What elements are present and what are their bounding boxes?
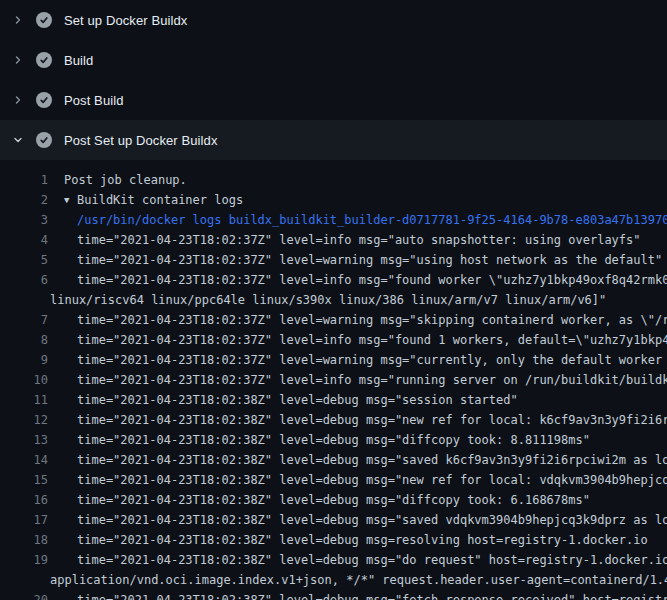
- log-line: 17 time="2021-04-23T18:02:38Z" level=deb…: [0, 510, 667, 530]
- check-circle-icon: [36, 92, 52, 108]
- line-number[interactable]: 13: [0, 430, 48, 450]
- line-number[interactable]: 17: [0, 510, 48, 530]
- log-text-content: time="2021-04-23T18:02:38Z" level=debug …: [77, 393, 518, 407]
- chevron-icon[interactable]: [12, 14, 24, 26]
- log-text: time="2021-04-23T18:02:37Z" level=info m…: [77, 270, 667, 290]
- log-text-content: application/vnd.oci.image.index.v1+json,…: [50, 573, 667, 587]
- line-number[interactable]: 7: [0, 310, 48, 330]
- log-text-content: time="2021-04-23T18:02:38Z" level=debug …: [77, 593, 667, 600]
- log-text: time="2021-04-23T18:02:38Z" level=debug …: [77, 590, 667, 600]
- log-line: 2 ▼BuildKit container logs: [0, 190, 667, 210]
- log-text: time="2021-04-23T18:02:38Z" level=debug …: [77, 450, 667, 470]
- log-text-content: BuildKit container logs: [77, 193, 243, 207]
- line-number[interactable]: 11: [0, 390, 48, 410]
- check-circle-icon: [36, 132, 52, 148]
- log-text: time="2021-04-23T18:02:37Z" level=info m…: [77, 230, 641, 250]
- log-text: time="2021-04-23T18:02:38Z" level=debug …: [77, 390, 518, 410]
- line-number[interactable]: 2: [0, 190, 48, 210]
- log-text: time="2021-04-23T18:02:38Z" level=debug …: [77, 410, 667, 430]
- log-text: time="2021-04-23T18:02:38Z" level=debug …: [77, 490, 590, 510]
- log-text-content: time="2021-04-23T18:02:38Z" level=debug …: [77, 413, 667, 427]
- line-number[interactable]: 6: [0, 270, 48, 290]
- log-text-content: time="2021-04-23T18:02:38Z" level=debug …: [77, 473, 667, 487]
- log-line: 19 time="2021-04-23T18:02:38Z" level=deb…: [0, 550, 667, 570]
- line-number[interactable]: 19: [0, 550, 48, 570]
- log-line: 8 time="2021-04-23T18:02:37Z" level=info…: [0, 330, 667, 350]
- log-line: 14 time="2021-04-23T18:02:38Z" level=deb…: [0, 450, 667, 470]
- log-text: time="2021-04-23T18:02:37Z" level=info m…: [77, 370, 667, 390]
- log-text: time="2021-04-23T18:02:37Z" level=warnin…: [77, 310, 667, 330]
- line-number[interactable]: 4: [0, 230, 48, 250]
- line-number[interactable]: 12: [0, 410, 48, 430]
- log-line: 12 time="2021-04-23T18:02:38Z" level=deb…: [0, 410, 667, 430]
- line-number[interactable]: 3: [0, 210, 48, 230]
- log-line: 4 time="2021-04-23T18:02:37Z" level=info…: [0, 230, 667, 250]
- log-text-content: time="2021-04-23T18:02:37Z" level=info m…: [77, 233, 641, 247]
- log-text: ▼BuildKit container logs: [64, 190, 243, 210]
- log-text-content: time="2021-04-23T18:02:37Z" level=info m…: [77, 333, 667, 347]
- log-text: time="2021-04-23T18:02:37Z" level=warnin…: [77, 350, 667, 370]
- line-number[interactable]: 18: [0, 530, 48, 550]
- group-collapse-icon[interactable]: ▼: [64, 190, 77, 210]
- chevron-icon[interactable]: [12, 134, 24, 146]
- step-row[interactable]: Post Set up Docker Buildx: [0, 120, 667, 160]
- step-row[interactable]: Build: [0, 40, 667, 80]
- check-circle-icon: [36, 52, 52, 68]
- line-number[interactable]: 20: [0, 590, 48, 600]
- step-row[interactable]: Post Build: [0, 80, 667, 120]
- line-number[interactable]: 15: [0, 470, 48, 490]
- log-line: 18 time="2021-04-23T18:02:38Z" level=deb…: [0, 530, 667, 550]
- log-lines: 1 Post job cleanup. 2 ▼BuildKit containe…: [0, 160, 667, 600]
- log-line: application/vnd.oci.image.index.v1+json,…: [0, 570, 667, 590]
- log-text-content: time="2021-04-23T18:02:38Z" level=debug …: [77, 493, 590, 507]
- step-row[interactable]: Set up Docker Buildx: [0, 0, 667, 40]
- log-line: 11 time="2021-04-23T18:02:38Z" level=deb…: [0, 390, 667, 410]
- log-text-content: time="2021-04-23T18:02:38Z" level=debug …: [77, 433, 590, 447]
- line-number[interactable]: 1: [0, 170, 48, 190]
- log-text-content: time="2021-04-23T18:02:38Z" level=debug …: [77, 553, 667, 567]
- log-text-content: linux/riscv64 linux/ppc64le linux/s390x …: [50, 293, 606, 307]
- steps-list: Set up Docker Buildx Build Post Build Po…: [0, 0, 667, 160]
- log-line: linux/riscv64 linux/ppc64le linux/s390x …: [0, 290, 667, 310]
- log-line: 6 time="2021-04-23T18:02:37Z" level=info…: [0, 270, 667, 290]
- log-line: 7 time="2021-04-23T18:02:37Z" level=warn…: [0, 310, 667, 330]
- log-text: time="2021-04-23T18:02:38Z" level=debug …: [77, 510, 667, 530]
- log-text: linux/riscv64 linux/ppc64le linux/s390x …: [50, 290, 606, 310]
- log-text: time="2021-04-23T18:02:37Z" level=info m…: [77, 330, 667, 350]
- log-text: time="2021-04-23T18:02:38Z" level=debug …: [77, 470, 667, 490]
- log-line: 16 time="2021-04-23T18:02:38Z" level=deb…: [0, 490, 667, 510]
- log-line: 20 time="2021-04-23T18:02:38Z" level=deb…: [0, 590, 667, 600]
- line-number[interactable]: 8: [0, 330, 48, 350]
- log-text-content: /usr/bin/docker logs buildx_buildkit_bui…: [77, 213, 667, 227]
- log-line: 13 time="2021-04-23T18:02:38Z" level=deb…: [0, 430, 667, 450]
- log-line: 10 time="2021-04-23T18:02:37Z" level=inf…: [0, 370, 667, 390]
- log-text: time="2021-04-23T18:02:38Z" level=debug …: [77, 430, 590, 450]
- log-text: time="2021-04-23T18:02:37Z" level=warnin…: [77, 250, 662, 270]
- line-number[interactable]: 14: [0, 450, 48, 470]
- chevron-icon[interactable]: [12, 94, 24, 106]
- log-text-content: time="2021-04-23T18:02:37Z" level=warnin…: [77, 253, 662, 267]
- chevron-icon[interactable]: [12, 54, 24, 66]
- log-text-content: time="2021-04-23T18:02:37Z" level=warnin…: [77, 313, 667, 327]
- log-text-content: time="2021-04-23T18:02:37Z" level=warnin…: [77, 353, 667, 367]
- log-line: 15 time="2021-04-23T18:02:38Z" level=deb…: [0, 470, 667, 490]
- step-label: Post Set up Docker Buildx: [64, 133, 218, 148]
- log-text: Post job cleanup.: [64, 170, 187, 190]
- log-line: 5 time="2021-04-23T18:02:37Z" level=warn…: [0, 250, 667, 270]
- log-line: 1 Post job cleanup.: [0, 170, 667, 190]
- log-text: /usr/bin/docker logs buildx_buildkit_bui…: [77, 210, 667, 230]
- log-text-content: time="2021-04-23T18:02:37Z" level=info m…: [77, 273, 667, 287]
- line-number[interactable]: 5: [0, 250, 48, 270]
- line-number[interactable]: 9: [0, 350, 48, 370]
- line-number[interactable]: 16: [0, 490, 48, 510]
- line-number[interactable]: 10: [0, 370, 48, 390]
- step-label: Set up Docker Buildx: [64, 13, 187, 28]
- log-text-content: time="2021-04-23T18:02:37Z" level=info m…: [77, 373, 667, 387]
- step-label: Post Build: [64, 93, 124, 108]
- log-text-content: Post job cleanup.: [64, 173, 187, 187]
- log-text-content: time="2021-04-23T18:02:38Z" level=debug …: [77, 533, 648, 547]
- log-line: 9 time="2021-04-23T18:02:37Z" level=warn…: [0, 350, 667, 370]
- log-text: time="2021-04-23T18:02:38Z" level=debug …: [77, 550, 667, 570]
- log-text: time="2021-04-23T18:02:38Z" level=debug …: [77, 530, 648, 550]
- log-line: 3 /usr/bin/docker logs buildx_buildkit_b…: [0, 210, 667, 230]
